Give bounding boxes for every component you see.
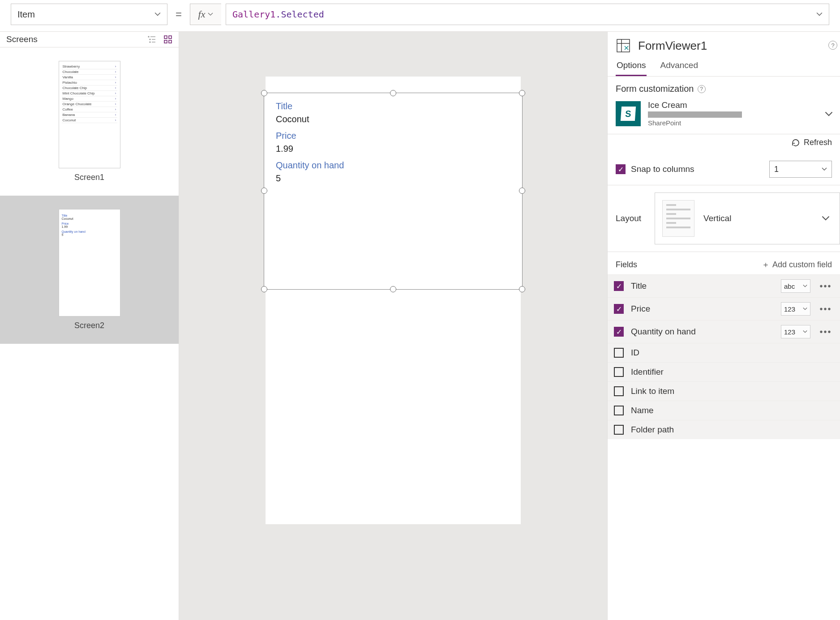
field-more-icon[interactable]: •••: [818, 281, 834, 291]
refresh-button[interactable]: Refresh: [608, 134, 840, 154]
snap-label: Snap to columns: [631, 164, 694, 174]
form-icon: [616, 38, 631, 53]
sharepoint-icon: S: [616, 101, 641, 126]
resize-handle-se[interactable]: [519, 286, 525, 292]
refresh-icon: [791, 138, 800, 147]
datasource-selector[interactable]: S Ice Cream SharePoint: [616, 100, 832, 127]
field-value-title: Coconut: [276, 114, 510, 124]
chevron-down-icon: [822, 214, 832, 222]
svg-rect-7: [169, 36, 171, 38]
field-type-dropdown[interactable]: 123: [781, 302, 810, 316]
field-row[interactable]: Name: [608, 401, 840, 420]
datasource-owner-redacted: [648, 111, 742, 118]
screens-panel: Screens Strawbe: [0, 32, 179, 620]
resize-handle-n[interactable]: [390, 90, 396, 96]
field-checkbox[interactable]: [614, 386, 624, 396]
screens-title: Screens: [6, 34, 38, 44]
field-checkbox[interactable]: ✓: [614, 304, 624, 314]
resize-handle-w[interactable]: [261, 188, 267, 194]
layout-label: Layout: [616, 214, 641, 223]
field-label: Folder path: [631, 425, 834, 435]
chevron-down-icon: [825, 110, 833, 118]
layout-section: Layout Vertical: [608, 185, 840, 252]
equals-sign: =: [176, 8, 182, 21]
field-row[interactable]: ID: [608, 343, 840, 362]
tab-options[interactable]: Options: [616, 56, 647, 76]
field-checkbox[interactable]: [614, 425, 624, 435]
svg-rect-10: [617, 39, 630, 52]
field-row[interactable]: Folder path: [608, 420, 840, 439]
chevron-down-icon: [816, 11, 823, 17]
screen-thumb-1[interactable]: Strawberry› Chocolate› Vanilla› Pistachi…: [0, 47, 179, 196]
tab-advanced[interactable]: Advanced: [659, 56, 699, 76]
field-checkbox[interactable]: [614, 406, 624, 415]
control-title: FormViewer1 ?: [608, 32, 840, 56]
field-label: Price: [631, 304, 774, 314]
resize-handle-nw[interactable]: [261, 90, 267, 96]
columns-dropdown[interactable]: 1: [769, 161, 832, 178]
svg-rect-6: [164, 36, 167, 38]
chevron-down-icon: [154, 11, 161, 17]
layout-preview-icon: [662, 200, 694, 237]
add-custom-field-button[interactable]: ＋ Add custom field: [762, 259, 832, 270]
field-label-title: Title: [276, 101, 510, 111]
formula-input[interactable]: Gallery1.Selected: [226, 4, 829, 25]
checkbox-icon: ✓: [616, 164, 626, 174]
field-label: Title: [631, 281, 774, 291]
snap-section: ✓ Snap to columns 1: [608, 154, 840, 185]
fields-title: Fields: [616, 260, 637, 269]
fields-header: Fields ＋ Add custom field: [608, 252, 840, 274]
resize-handle-sw[interactable]: [261, 286, 267, 292]
field-checkbox[interactable]: [614, 348, 624, 358]
property-dropdown[interactable]: Item: [11, 4, 167, 25]
tree-view-icon[interactable]: [147, 35, 156, 44]
fx-label: fx: [198, 9, 206, 20]
field-row[interactable]: Identifier: [608, 362, 840, 381]
phone-canvas[interactable]: Title Coconut Price 1.99 Quantity on han…: [266, 77, 521, 524]
form-customization-label: Form customization: [616, 84, 694, 94]
field-more-icon[interactable]: •••: [818, 327, 834, 337]
control-name: FormViewer1: [638, 39, 707, 53]
field-label: Link to item: [631, 386, 834, 396]
field-label-price: Price: [276, 131, 510, 141]
field-type-dropdown[interactable]: 123: [781, 325, 810, 338]
plus-icon: ＋: [762, 259, 770, 270]
svg-point-0: [148, 36, 149, 37]
field-row[interactable]: ✓Titleabc•••: [608, 274, 840, 297]
screen2-caption: Screen2: [4, 321, 174, 330]
field-checkbox[interactable]: ✓: [614, 281, 624, 291]
resize-handle-e[interactable]: [519, 188, 525, 194]
svg-rect-8: [164, 40, 167, 43]
field-more-icon[interactable]: •••: [818, 304, 834, 314]
field-checkbox[interactable]: [614, 367, 624, 377]
formula-text: Gallery1.Selected: [232, 9, 324, 20]
screen-thumb-2[interactable]: TitleCoconut Price1.99 Quantity on hand5…: [0, 196, 179, 344]
resize-handle-s[interactable]: [390, 286, 396, 292]
field-value-price: 1.99: [276, 144, 510, 154]
layout-dropdown[interactable]: Vertical: [655, 192, 840, 244]
field-row[interactable]: ✓Price123•••: [608, 297, 840, 320]
layout-value: Vertical: [703, 214, 813, 223]
field-row[interactable]: Link to item: [608, 381, 840, 401]
snap-to-columns-checkbox[interactable]: ✓ Snap to columns: [616, 164, 694, 174]
field-label: Identifier: [631, 367, 834, 377]
help-icon[interactable]: ?: [698, 85, 706, 93]
fields-list: ✓Titleabc•••✓Price123•••✓Quantity on han…: [608, 274, 840, 439]
help-icon[interactable]: ?: [828, 41, 837, 50]
fx-button[interactable]: fx: [190, 4, 221, 25]
screen1-preview: Strawberry› Chocolate› Vanilla› Pistachi…: [59, 61, 120, 168]
canvas-area[interactable]: Title Coconut Price 1.99 Quantity on han…: [179, 32, 607, 620]
properties-tabs: Options Advanced: [608, 56, 840, 77]
field-row[interactable]: ✓Quantity on hand123•••: [608, 320, 840, 343]
field-label: ID: [631, 348, 834, 358]
form-viewer[interactable]: Title Coconut Price 1.99 Quantity on han…: [264, 93, 523, 290]
thumbnail-view-icon[interactable]: [163, 35, 172, 44]
field-type-dropdown[interactable]: abc: [781, 279, 810, 293]
add-field-label: Add custom field: [772, 260, 832, 269]
svg-rect-9: [169, 40, 171, 43]
field-label: Name: [631, 406, 834, 415]
field-checkbox[interactable]: ✓: [614, 327, 624, 337]
columns-value: 1: [774, 165, 779, 174]
screens-header: Screens: [0, 32, 179, 47]
resize-handle-ne[interactable]: [519, 90, 525, 96]
